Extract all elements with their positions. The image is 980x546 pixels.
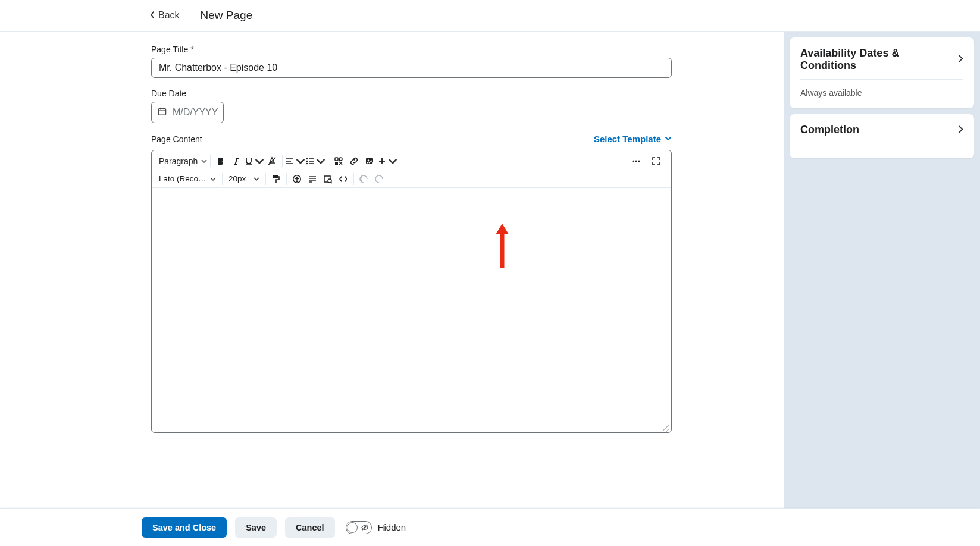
chevron-down-icon — [210, 174, 216, 184]
footer-bar: Save and Close Save Cancel Hidden — [0, 508, 980, 546]
availability-title: Availability Dates & Conditions — [800, 47, 958, 72]
svg-point-10 — [306, 161, 308, 162]
align-button[interactable] — [285, 153, 305, 169]
page-header: Back New Page — [0, 0, 980, 32]
accessibility-checker-button[interactable] — [289, 171, 305, 187]
svg-point-19 — [368, 159, 369, 161]
completion-card: Completion — [790, 114, 974, 158]
undo-button[interactable] — [356, 171, 372, 187]
insert-link-button[interactable] — [346, 153, 362, 169]
insert-more-button[interactable] — [377, 153, 397, 169]
select-template-button[interactable]: Select Template — [594, 134, 672, 144]
completion-toggle[interactable]: Completion — [800, 124, 963, 145]
save-button[interactable]: Save — [235, 517, 277, 538]
availability-toggle[interactable]: Availability Dates & Conditions — [800, 47, 963, 80]
italic-button[interactable] — [228, 153, 244, 169]
save-and-close-button[interactable]: Save and Close — [142, 517, 227, 538]
svg-line-34 — [331, 182, 332, 183]
svg-rect-0 — [158, 108, 165, 114]
due-date-input[interactable] — [171, 106, 219, 118]
cancel-button[interactable]: Cancel — [285, 517, 335, 538]
svg-point-22 — [633, 161, 634, 162]
page-content-label: Page Content — [151, 134, 202, 144]
annotation-arrow-icon — [494, 221, 510, 268]
font-family-select[interactable]: Lato (Recomm... — [155, 174, 220, 184]
rich-text-editor: Paragraph — [151, 150, 672, 433]
svg-rect-15 — [335, 158, 338, 161]
fullscreen-button[interactable] — [649, 153, 664, 169]
svg-point-9 — [306, 158, 308, 159]
svg-rect-17 — [335, 162, 338, 165]
font-size-select[interactable]: 20px — [225, 174, 263, 184]
side-panel: Availability Dates & Conditions Always a… — [784, 32, 980, 508]
svg-rect-25 — [273, 175, 278, 178]
insert-image-button[interactable] — [362, 153, 377, 169]
availability-card: Availability Dates & Conditions Always a… — [790, 37, 974, 108]
calendar-icon — [158, 107, 167, 118]
visibility-label: Hidden — [378, 522, 406, 532]
svg-point-11 — [306, 163, 308, 164]
page-title-input[interactable] — [151, 58, 672, 78]
completion-title: Completion — [800, 124, 859, 136]
back-label: Back — [158, 10, 180, 21]
due-date-field[interactable] — [151, 102, 224, 123]
svg-point-23 — [635, 161, 637, 162]
visibility-control: Hidden — [346, 521, 406, 534]
chevron-down-icon — [201, 156, 207, 166]
hidden-eye-icon — [361, 523, 369, 532]
font-family-value: Lato (Recomm... — [159, 174, 206, 183]
editor-content-area[interactable] — [152, 188, 671, 432]
block-format-select[interactable]: Paragraph — [155, 156, 208, 166]
block-format-value: Paragraph — [159, 156, 198, 166]
svg-point-24 — [638, 161, 640, 162]
editor-toolbar: Paragraph — [152, 150, 671, 188]
more-actions-button[interactable] — [628, 153, 644, 169]
preview-button[interactable] — [320, 171, 336, 187]
format-painter-button[interactable] — [268, 171, 284, 187]
svg-point-16 — [339, 158, 342, 161]
source-code-button[interactable] — [336, 171, 351, 187]
chevron-right-icon — [958, 125, 963, 136]
page-title-header: New Page — [198, 9, 253, 22]
main-content: Page Title * Due Date Page Content Selec… — [0, 32, 784, 508]
text-color-button[interactable] — [264, 153, 280, 169]
svg-point-27 — [296, 176, 298, 177]
chevron-right-icon — [958, 54, 963, 65]
chevron-left-icon — [150, 10, 155, 21]
availability-status: Always available — [800, 80, 963, 98]
insert-stuff-button[interactable] — [331, 153, 346, 169]
resize-handle[interactable] — [660, 422, 671, 432]
due-date-label: Due Date — [151, 89, 672, 98]
chevron-down-icon — [253, 174, 259, 184]
font-size-value: 20px — [228, 174, 246, 183]
select-template-label: Select Template — [594, 134, 661, 144]
word-count-button[interactable] — [305, 171, 320, 187]
visibility-toggle[interactable] — [346, 521, 372, 534]
page-title-label: Page Title * — [151, 45, 672, 54]
chevron-down-icon — [665, 134, 672, 144]
list-button[interactable] — [305, 153, 325, 169]
bold-button[interactable] — [213, 153, 228, 169]
underline-button[interactable] — [244, 153, 264, 169]
redo-button[interactable] — [372, 171, 387, 187]
back-button[interactable]: Back — [143, 4, 187, 27]
